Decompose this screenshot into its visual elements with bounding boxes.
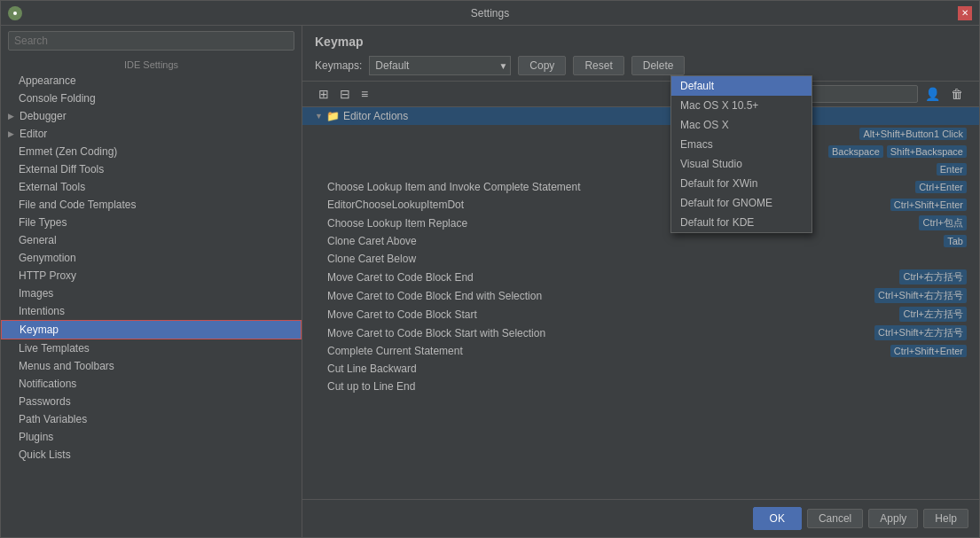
tree-row[interactable]: Alt+Shift+Button1 Click <box>302 125 979 143</box>
reset-button[interactable]: Reset <box>573 56 623 75</box>
keymap-dropdown-menu: Default Mac OS X 10.5+ Mac OS X Emacs Vi… <box>670 75 812 233</box>
sidebar: IDE Settings Appearance Console Folding … <box>1 26 302 537</box>
sidebar-item-keymap[interactable]: Keymap <box>1 320 302 339</box>
tree-row[interactable]: EditorChooseLookupItemDot Ctrl+Shift+Ent… <box>302 196 979 214</box>
tree-row[interactable]: Move Caret to Code Block Start with Sele… <box>302 324 979 342</box>
apply-button[interactable]: Apply <box>868 509 918 528</box>
sidebar-item-menus-toolbars[interactable]: Menus and Toolbars <box>1 357 302 375</box>
tree-row-label: Complete Current Statement <box>327 345 887 357</box>
ok-button[interactable]: OK <box>753 507 802 530</box>
user-icon-button[interactable]: 👤 <box>921 85 944 103</box>
shortcut-badge: Ctrl+包点 <box>919 215 967 230</box>
svg-point-1 <box>13 12 17 15</box>
tree-row[interactable]: Enter <box>302 160 979 178</box>
arrow-icon: ▶ <box>8 129 14 138</box>
sidebar-item-genymotion[interactable]: Genymotion <box>1 249 302 267</box>
sidebar-search-container <box>1 26 302 56</box>
tree-row[interactable]: Cut up to Line End <box>302 378 979 395</box>
shortcut-badge: Alt+Shift+Button1 Click <box>859 128 967 140</box>
tree-row[interactable]: Clone Caret Above Tab <box>302 232 979 250</box>
keymap-header: Keymap Keymaps: Default Mac OS X 10.5+ M… <box>302 26 979 82</box>
tree-row[interactable]: Move Caret to Code Block End Ctrl+右方括号 <box>302 268 979 286</box>
tree-row-label: Choose Lookup Item and Invoke Complete S… <box>327 181 912 193</box>
sidebar-search-input[interactable] <box>8 31 294 51</box>
tree-row-label: Move Caret to Code Block Start <box>327 308 896 321</box>
keymaps-label: Keymaps: <box>315 59 362 72</box>
keymap-select[interactable]: Default Mac OS X 10.5+ Mac OS X Emacs Vi… <box>369 56 511 75</box>
sidebar-item-editor[interactable]: ▶Editor <box>1 125 302 143</box>
sidebar-item-external-diff[interactable]: External Diff Tools <box>1 160 302 178</box>
shortcut-badge: Backspace <box>828 145 883 158</box>
close-button[interactable]: ✕ <box>958 6 972 20</box>
arrow-icon: ▶ <box>8 112 14 121</box>
app-icon <box>8 6 22 20</box>
sidebar-item-file-types[interactable]: File Types <box>1 214 302 231</box>
tree-row-label: Move Caret to Code Block End with Select… <box>327 290 871 302</box>
tree-row[interactable]: ▼ 📁 Editor Actions <box>302 107 979 125</box>
sidebar-item-debugger[interactable]: ▶Debugger <box>1 107 302 125</box>
expand-all-button[interactable]: ⊞ <box>315 85 333 103</box>
tree-row[interactable]: Choose Lookup Item and Invoke Complete S… <box>302 178 979 196</box>
sidebar-item-notifications[interactable]: Notifications <box>1 375 302 393</box>
sidebar-item-quick-lists[interactable]: Quick Lists <box>1 446 302 464</box>
tree-row[interactable]: Complete Current Statement Ctrl+Shift+En… <box>302 342 979 360</box>
sidebar-item-images[interactable]: Images <box>1 285 302 302</box>
help-button[interactable]: Help <box>923 509 968 528</box>
delete-button[interactable]: Delete <box>631 56 686 75</box>
cancel-button[interactable]: Cancel <box>807 509 863 528</box>
sidebar-item-general[interactable]: General <box>1 231 302 249</box>
dropdown-item-macosx-10[interactable]: Mac OS X 10.5+ <box>671 96 811 115</box>
dropdown-item-emacs[interactable]: Emacs <box>671 135 811 154</box>
tree-row[interactable]: Move Caret to Code Block End with Select… <box>302 286 979 305</box>
shortcut-badge: Ctrl+Enter <box>915 181 967 193</box>
collapse-all-button[interactable]: ⊟ <box>336 85 354 103</box>
sidebar-item-appearance[interactable]: Appearance <box>1 72 302 90</box>
dropdown-item-default[interactable]: Default <box>671 76 811 96</box>
trash-icon-button[interactable]: 🗑 <box>947 85 967 103</box>
tree-row[interactable]: Choose Lookup Item Replace Ctrl+包点 <box>302 214 979 232</box>
shortcut-badge: Ctrl+左方括号 <box>899 307 967 322</box>
sidebar-item-intentions[interactable]: Intentions <box>1 302 302 320</box>
dropdown-item-xwin[interactable]: Default for XWin <box>671 174 811 193</box>
tree-row-label: Clone Caret Below <box>327 253 967 265</box>
dropdown-item-gnome[interactable]: Default for GNOME <box>671 193 811 213</box>
keymap-title: Keymap <box>315 35 967 49</box>
sidebar-item-plugins[interactable]: Plugins <box>1 428 302 446</box>
sidebar-item-emmet[interactable]: Emmet (Zen Coding) <box>1 143 302 160</box>
tree-row-label: Move Caret to Code Block Start with Sele… <box>327 327 871 339</box>
folder-icon: 📁 <box>326 110 340 122</box>
sidebar-item-file-templates[interactable]: File and Code Templates <box>1 196 302 214</box>
copy-button[interactable]: Copy <box>518 56 566 75</box>
main-content: Keymap Keymaps: Default Mac OS X 10.5+ M… <box>302 26 979 537</box>
tree-row-label: Choose Lookup Item Replace <box>327 217 915 230</box>
tree-row[interactable]: Clone Caret Below <box>302 250 979 268</box>
sidebar-item-console-folding[interactable]: Console Folding <box>1 90 302 107</box>
sidebar-item-http-proxy[interactable]: HTTP Proxy <box>1 267 302 285</box>
tree-expand-icon: ▼ <box>315 112 323 121</box>
sidebar-item-live-templates[interactable]: Live Templates <box>1 339 302 357</box>
dropdown-item-kde[interactable]: Default for KDE <box>671 213 811 232</box>
filter-button[interactable]: ≡ <box>357 85 372 103</box>
sidebar-item-external-tools[interactable]: External Tools <box>1 178 302 196</box>
title-bar-left <box>8 6 22 20</box>
tree-row-label: Clone Caret Above <box>327 235 940 247</box>
dropdown-item-vs[interactable]: Visual Studio <box>671 154 811 174</box>
footer: OK Cancel Apply Help <box>302 499 979 537</box>
toolbar-row: ⊞ ⊟ ≡ 👤 🗑 <box>302 82 979 107</box>
keymap-select-wrapper[interactable]: Default Mac OS X 10.5+ Mac OS X Emacs Vi… <box>369 56 511 75</box>
window-title: Settings <box>471 7 509 19</box>
tree-row[interactable]: Backspace Shift+Backspace <box>302 143 979 160</box>
sidebar-group-title: IDE Settings <box>1 56 302 72</box>
dropdown-item-macosx[interactable]: Mac OS X <box>671 115 811 135</box>
settings-window: Settings ✕ IDE Settings Appearance Conso… <box>0 0 980 538</box>
shortcut-badge: Ctrl+右方括号 <box>899 269 967 285</box>
sidebar-item-passwords[interactable]: Passwords <box>1 393 302 410</box>
tree-row[interactable]: Move Caret to Code Block Start Ctrl+左方括号 <box>302 305 979 324</box>
content-area: IDE Settings Appearance Console Folding … <box>1 26 979 537</box>
tree-row-label: Editor Actions <box>343 110 967 122</box>
shortcut-badge: Ctrl+Shift+左方括号 <box>874 325 967 340</box>
tree-row[interactable]: Cut Line Backward <box>302 360 979 378</box>
shortcut-badge: Enter <box>937 163 967 175</box>
sidebar-item-path-variables[interactable]: Path Variables <box>1 410 302 428</box>
title-bar: Settings ✕ <box>1 1 979 26</box>
